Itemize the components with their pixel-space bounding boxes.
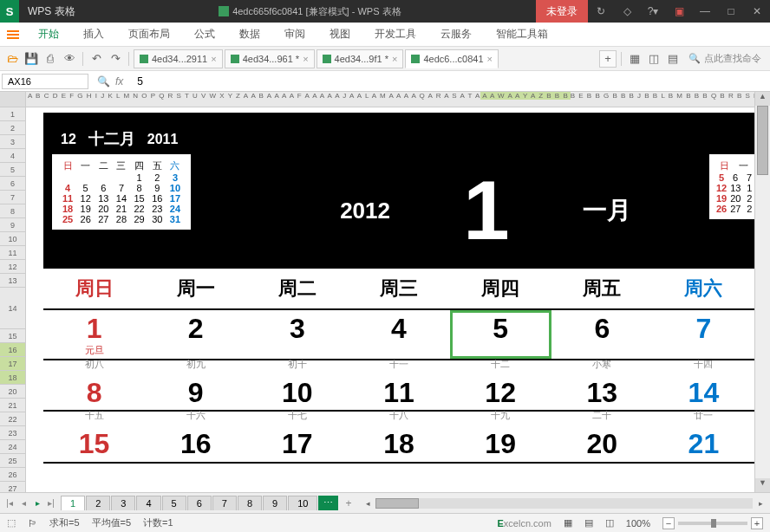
row-header[interactable]: 21 — [0, 399, 25, 412]
menu-开发工具[interactable]: 开发工具 — [362, 23, 428, 47]
redo-icon[interactable]: ↷ — [107, 50, 124, 68]
sheet-body[interactable]: 12 十二月 2011 日一二三四五六123456789101112131415… — [26, 107, 754, 492]
row-header[interactable]: 25 — [0, 454, 25, 468]
file-tab[interactable]: 4ed34...9f1 *× — [316, 49, 404, 68]
row-header[interactable]: 2 — [0, 121, 25, 135]
sheet-tab-10[interactable]: 10 — [288, 496, 317, 510]
row-header[interactable]: 17 — [0, 357, 25, 371]
day-cell-15[interactable]: 15 — [43, 425, 145, 461]
sheet-tab-5[interactable]: 5 — [162, 496, 186, 510]
menu-插入[interactable]: 插入 — [71, 23, 116, 47]
row-header[interactable]: 12 — [0, 260, 25, 274]
maximize-button[interactable]: □ — [718, 0, 744, 23]
day-cell-20[interactable]: 20 — [551, 425, 653, 461]
name-box[interactable]: AX16 — [2, 74, 88, 89]
scroll-left-button[interactable]: ◂ — [362, 499, 374, 508]
scroll-track[interactable] — [755, 106, 770, 478]
day-cell-12[interactable]: 12十九 — [450, 374, 551, 410]
row-header[interactable]: 3 — [0, 135, 25, 149]
menu-云服务[interactable]: 云服务 — [428, 23, 484, 47]
prev-sheet-button[interactable]: ◂ — [17, 498, 29, 508]
close-button[interactable]: ✕ — [744, 0, 770, 23]
row-header[interactable]: 20 — [0, 385, 25, 399]
next-sheet-button[interactable]: ▸ — [31, 498, 43, 508]
day-cell-3[interactable]: 3初十 — [246, 310, 348, 359]
row-header[interactable]: 10 — [0, 232, 25, 246]
view-custom-icon[interactable]: ◫ — [605, 517, 614, 529]
hamburger-button[interactable] — [0, 23, 26, 47]
day-cell-6[interactable]: 6小寒 — [551, 310, 653, 359]
row-header[interactable]: 23 — [0, 426, 25, 440]
menu-审阅[interactable]: 审阅 — [272, 23, 317, 47]
scroll-thumb[interactable] — [757, 106, 768, 175]
day-cell-1[interactable]: 1元旦初八 — [43, 310, 145, 359]
row-header[interactable]: 26 — [0, 468, 25, 482]
day-cell-9[interactable]: 9十六 — [145, 374, 246, 410]
sheet-tab-9[interactable]: 9 — [263, 496, 287, 510]
row-header[interactable]: 24 — [0, 440, 25, 454]
row-header[interactable]: 18 — [0, 371, 25, 385]
login-button[interactable]: 未登录 — [536, 0, 588, 23]
menu-数据[interactable]: 数据 — [227, 23, 272, 47]
sync-icon[interactable]: ↻ — [588, 0, 614, 23]
fx-icon[interactable]: fx — [115, 75, 123, 88]
row-header[interactable]: 7 — [0, 191, 25, 204]
zoom-in-button[interactable]: + — [751, 517, 763, 529]
menu-页面布局[interactable]: 页面布局 — [116, 23, 182, 47]
search-fn-icon[interactable]: 🔍 — [97, 75, 110, 88]
menu-智能工具箱[interactable]: 智能工具箱 — [484, 23, 560, 47]
minimize-button[interactable]: — — [692, 0, 718, 23]
help-icon[interactable]: ?▾ — [640, 0, 666, 23]
select-all-corner[interactable] — [0, 92, 25, 107]
preview-icon[interactable]: 👁 — [61, 50, 78, 68]
file-tab[interactable]: 4ed34...2911× — [134, 49, 223, 68]
sheet-tab-6[interactable]: 6 — [187, 496, 212, 510]
sheet-tab-8[interactable]: 8 — [238, 496, 262, 510]
menu-视图[interactable]: 视图 — [317, 23, 362, 47]
split-icon[interactable]: ◫ — [645, 50, 662, 68]
day-cell-18[interactable]: 18 — [348, 425, 449, 461]
close-tab-icon[interactable]: × — [487, 54, 493, 64]
close-tab-icon[interactable]: × — [392, 54, 397, 64]
panel-icon[interactable]: ▤ — [664, 50, 682, 68]
sheet-tab-3[interactable]: 3 — [111, 496, 135, 510]
row-header[interactable]: 9 — [0, 218, 25, 232]
zoom-out-button[interactable]: − — [662, 517, 675, 529]
row-header[interactable]: 15 — [0, 329, 25, 343]
file-tab[interactable]: 4ed34...961 *× — [225, 49, 315, 68]
view-normal-icon[interactable]: ▦ — [564, 517, 572, 529]
sheet-tab-2[interactable]: 2 — [86, 496, 110, 510]
new-tab-button[interactable]: + — [599, 50, 617, 68]
day-cell-13[interactable]: 13二十 — [551, 374, 653, 410]
open-icon[interactable]: 🗁 — [3, 50, 21, 68]
day-cell-17[interactable]: 17 — [246, 425, 348, 461]
print-icon[interactable]: ⎙ — [42, 50, 59, 68]
day-cell-11[interactable]: 11十八 — [348, 374, 449, 410]
scroll-down-button[interactable]: ▼ — [755, 478, 770, 492]
last-sheet-button[interactable]: ▸| — [45, 498, 57, 508]
row-header[interactable]: 5 — [0, 163, 25, 177]
hscroll-thumb[interactable] — [375, 498, 419, 509]
day-cell-19[interactable]: 19 — [450, 425, 551, 461]
day-cell-4[interactable]: 4十一 — [348, 310, 449, 359]
close-tab-icon[interactable]: × — [303, 54, 308, 64]
scroll-right-button[interactable]: ▸ — [754, 499, 767, 508]
sheet-tab-4[interactable]: 4 — [136, 496, 160, 510]
column-headers[interactable]: A B C D E F G H I J K L M N O P Q R S T … — [26, 92, 754, 107]
sheet-tab-7[interactable]: 7 — [212, 496, 237, 510]
row-header[interactable]: 22 — [0, 412, 25, 426]
more-sheets-button[interactable]: ⋯ — [318, 496, 338, 510]
day-cell-5[interactable]: 5十二 — [450, 310, 551, 359]
row-header[interactable]: 27 — [0, 482, 25, 492]
day-cell-2[interactable]: 2初九 — [145, 310, 246, 359]
zoom-control[interactable]: − + — [662, 517, 763, 529]
row-header[interactable]: 16 — [0, 343, 25, 357]
file-tab[interactable]: 4edc6...c0841× — [405, 49, 499, 68]
row-headers[interactable]: 1234567891011121314151617182021222324252… — [0, 92, 26, 492]
row-header[interactable]: 8 — [0, 204, 25, 218]
row-header[interactable]: 11 — [0, 246, 25, 260]
day-cell-8[interactable]: 8十五 — [43, 374, 145, 410]
day-cell-16[interactable]: 16 — [145, 425, 246, 461]
row-header[interactable]: 14 — [0, 288, 25, 329]
menu-开始[interactable]: 开始 — [26, 23, 71, 47]
